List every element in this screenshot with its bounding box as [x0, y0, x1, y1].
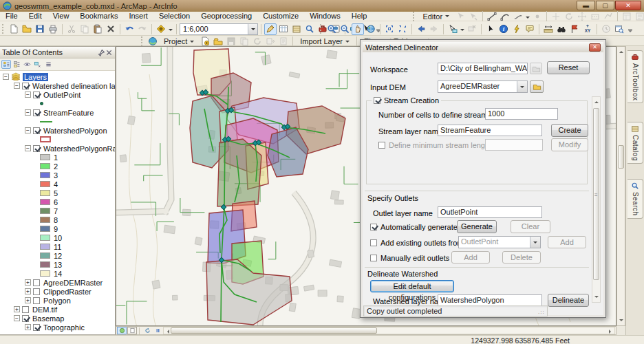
table-window-icon[interactable] [277, 23, 290, 35]
horizontal-scroll-thumb[interactable] [171, 327, 377, 334]
layer-label[interactable]: Watershed delineation layers [31, 82, 115, 90]
dropdown-arrow[interactable] [460, 29, 464, 33]
scale-dropdown-arrow[interactable] [248, 24, 257, 34]
map-vertical-scrollbar[interactable] [616, 46, 625, 326]
select-features-icon[interactable] [447, 23, 459, 35]
export-project-icon[interactable] [264, 36, 277, 47]
menu-help[interactable]: Help [346, 12, 373, 21]
layer-label[interactable]: 5 [52, 189, 59, 197]
map-scale-combo[interactable]: 1:6,000 [180, 23, 258, 35]
pin-icon[interactable] [98, 49, 105, 56]
list-by-visibility-icon[interactable] [22, 60, 32, 69]
layer-label[interactable]: 14 [52, 270, 63, 278]
delete-x-icon[interactable] [105, 23, 117, 35]
attributes-window-icon[interactable] [621, 10, 633, 22]
toc-layer-topographic[interactable]: +Topographic [0, 323, 115, 332]
dialog-resize-grip[interactable]: .:: [538, 309, 545, 315]
menu-view[interactable]: View [47, 12, 75, 21]
manually-edit-outlets-checkbox[interactable]: Manually edit outlets [370, 254, 449, 262]
layer-visibility-checkbox[interactable] [33, 127, 40, 134]
pause-drawing-icon[interactable] [153, 327, 162, 334]
menu-file[interactable]: File [0, 12, 23, 21]
new-project-icon[interactable] [199, 36, 211, 47]
layer-visibility-checkbox[interactable] [33, 92, 40, 98]
list-by-drawing-order-icon[interactable] [1, 60, 11, 69]
viewer-window-icon[interactable] [613, 23, 625, 35]
layer-label[interactable]: 4 [52, 180, 59, 189]
dock-tab-search[interactable]: Search [627, 179, 643, 219]
cells-field[interactable]: 1000 [485, 108, 558, 120]
sketch-properties-icon[interactable] [634, 10, 644, 22]
move-tool-icon[interactable] [576, 10, 588, 22]
clear-selection-icon[interactable] [466, 23, 478, 35]
toc-layer-basemap[interactable]: −Basemap [0, 314, 115, 323]
toc-layer-streamfeature[interactable]: −StreamFeature [0, 108, 115, 117]
layer-label[interactable]: OutletPoint [42, 91, 82, 99]
layer-label[interactable]: 2 [52, 162, 59, 171]
add-existing-outlets-checkbox[interactable]: Add existing outlets from [370, 239, 463, 247]
toc-layer-outletpoint[interactable]: −OutletPoint [0, 90, 115, 99]
print-icon[interactable] [47, 23, 59, 35]
toc-layer-clippedraster[interactable]: +ClippedRaster [0, 287, 115, 296]
time-slider-icon[interactable] [600, 23, 612, 35]
go-to-xy-icon[interactable]: XY [581, 23, 594, 35]
menu-customize[interactable]: Customize [257, 12, 304, 21]
layer-label[interactable]: Topographic [42, 323, 86, 332]
stream-layer-field[interactable]: StreamFeature [438, 125, 542, 136]
dialog-scrollbar[interactable]: ≡ [592, 96, 601, 303]
toc-layer-watershedpolygon[interactable]: −WatershedPolygon [0, 126, 115, 135]
generate-button[interactable]: Generate [457, 220, 497, 233]
tree-expander[interactable]: + [14, 306, 20, 312]
editor-menu-button[interactable]: Editor [418, 11, 453, 22]
tree-expander[interactable]: − [25, 145, 31, 151]
tree-expander[interactable]: − [14, 83, 20, 89]
open-project-icon[interactable] [212, 36, 224, 47]
layer-visibility-checkbox[interactable] [33, 279, 40, 286]
tree-expander[interactable]: − [25, 92, 31, 98]
zoom-out-icon[interactable] [339, 23, 351, 35]
tree-expander[interactable]: + [25, 297, 31, 303]
horizontal-scrollbar[interactable] [163, 327, 615, 334]
pan-hand-icon[interactable] [352, 23, 364, 35]
tree-expander[interactable]: − [25, 109, 31, 116]
cut-polygon-tool-icon[interactable] [589, 10, 601, 22]
layer-label[interactable]: 6 [52, 198, 59, 206]
layer-visibility-checkbox[interactable] [22, 315, 29, 322]
layer-visibility-checkbox[interactable] [33, 109, 40, 116]
forward-arrow-icon[interactable] [428, 23, 440, 35]
options-icon[interactable] [43, 60, 53, 69]
add-data-icon[interactable] [155, 23, 167, 35]
copy-project-icon[interactable] [238, 36, 250, 47]
zoom-in-icon[interactable] [325, 23, 338, 35]
find-route-icon[interactable] [568, 23, 581, 35]
paste-icon[interactable] [92, 23, 104, 35]
report-project-icon[interactable] [277, 36, 290, 47]
layer-label[interactable]: 11 [52, 243, 63, 251]
toc-layer-dem-tif[interactable]: +DEM.tif [0, 305, 115, 314]
layer-label[interactable]: Polygon [42, 297, 72, 305]
layer-visibility-checkbox[interactable] [22, 306, 29, 313]
measure-ruler-icon[interactable] [542, 23, 555, 35]
search-window-icon[interactable] [303, 23, 316, 35]
save-icon[interactable] [34, 23, 46, 35]
layer-label[interactable]: WatershedPolygon [42, 127, 109, 135]
menu-windows[interactable]: Windows [304, 12, 346, 21]
toc-layer-agreedemraster[interactable]: +AgreeDEMRaster [0, 278, 115, 287]
input-dem-folder-button[interactable] [530, 80, 544, 93]
save-project-icon[interactable] [225, 36, 237, 47]
layer-label[interactable]: DEM.tif [31, 305, 58, 314]
open-folder-icon[interactable] [21, 23, 33, 35]
dropdown-arrow[interactable] [526, 17, 530, 21]
layer-label[interactable]: 12 [52, 252, 63, 260]
stream-creation-checkbox[interactable]: Stream Creation [372, 96, 441, 105]
outlet-layer-field[interactable]: OutletPoint [438, 206, 542, 218]
layer-label[interactable]: WatershedPolygonRaster [42, 144, 115, 153]
cut-icon[interactable] [65, 23, 78, 35]
copy-icon[interactable] [78, 23, 91, 35]
list-by-selection-icon[interactable] [32, 60, 42, 69]
layer-label[interactable]: 8 [52, 216, 59, 224]
catalog-window-icon[interactable] [290, 23, 303, 35]
layer-visibility-checkbox[interactable] [33, 288, 40, 295]
layer-label[interactable]: 13 [52, 261, 63, 269]
point-tool-icon[interactable] [531, 10, 544, 22]
